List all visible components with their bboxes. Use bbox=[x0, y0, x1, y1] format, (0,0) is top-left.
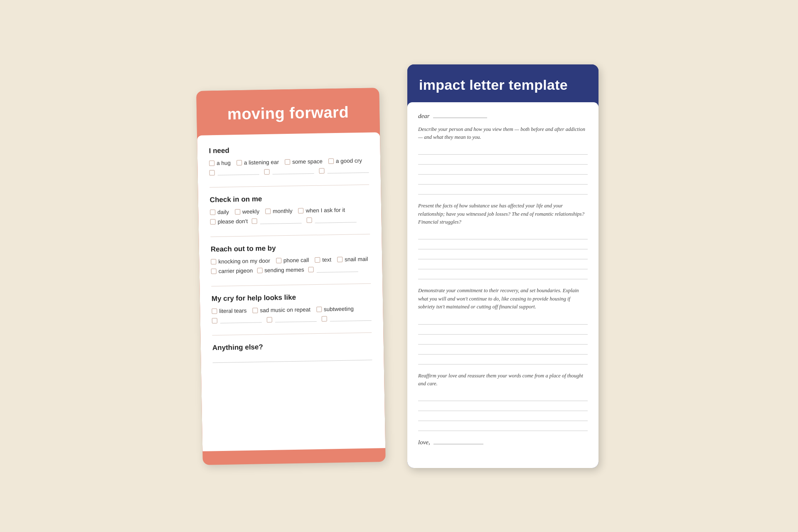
letter-section-describe: Describe your person and how you view th… bbox=[418, 126, 588, 195]
section-cry-for-help-title: My cry for help looks like bbox=[212, 292, 371, 303]
checkbox-daily[interactable]: daily bbox=[210, 209, 229, 215]
checkbox-label: snail mail bbox=[345, 256, 368, 262]
blank-line bbox=[315, 216, 357, 223]
checkbox-box[interactable] bbox=[210, 219, 216, 224]
write-line bbox=[418, 230, 588, 239]
right-card: impact letter template dear Describe you… bbox=[407, 64, 598, 468]
check-in-extra-row: please don't bbox=[210, 216, 370, 225]
checkbox-phone-call[interactable]: phone call bbox=[276, 257, 309, 264]
checkbox-some-space[interactable]: some space bbox=[285, 158, 323, 165]
checkbox-label: when I ask for it bbox=[305, 207, 345, 214]
write-line bbox=[418, 315, 588, 325]
checkbox-please-dont[interactable]: please don't bbox=[210, 218, 248, 225]
write-line bbox=[418, 335, 588, 345]
letter-section-reaffirm: Reaffirm your love and reassure them you… bbox=[418, 372, 588, 431]
checkbox-box[interactable] bbox=[267, 317, 272, 322]
checkbox-box[interactable] bbox=[276, 258, 281, 263]
checkbox-a-good-cry[interactable]: a good cry bbox=[328, 157, 362, 164]
letter-section-substance: Present the facts of how substance use h… bbox=[418, 202, 588, 279]
checkbox-knocking[interactable]: knocking on my door bbox=[211, 257, 270, 264]
blank-line bbox=[330, 315, 372, 321]
checkbox-box[interactable] bbox=[209, 170, 215, 175]
checkbox-label: a listening ear bbox=[244, 159, 279, 165]
checkbox-label: a good cry bbox=[336, 157, 362, 164]
write-line bbox=[418, 345, 588, 355]
prompt-substance: Present the facts of how substance use h… bbox=[418, 202, 588, 226]
checkbox-box[interactable] bbox=[264, 169, 269, 174]
reach-out-checkboxes: knocking on my door phone call text snai… bbox=[211, 256, 370, 265]
divider-3 bbox=[211, 283, 371, 286]
checkbox-box[interactable] bbox=[257, 268, 262, 273]
checkbox-weekly[interactable]: weekly bbox=[235, 208, 260, 215]
checkbox-literal-tears[interactable]: literal tears bbox=[212, 307, 246, 314]
section-i-need: I need a hug a listening ear some space bbox=[209, 144, 369, 175]
checkbox-a-hug[interactable]: a hug bbox=[209, 160, 231, 166]
write-line bbox=[418, 412, 588, 421]
extra-blank-2 bbox=[264, 167, 315, 174]
checkbox-box[interactable] bbox=[308, 267, 313, 272]
section-reach-out: Reach out to me by knocking on my door p… bbox=[211, 242, 371, 274]
section-reach-out-title: Reach out to me by bbox=[211, 242, 370, 254]
checkbox-carrier-pigeon[interactable]: carrier pigeon bbox=[211, 267, 253, 274]
checkbox-box[interactable] bbox=[285, 159, 290, 164]
checkbox-box[interactable] bbox=[307, 217, 312, 223]
extra-blank-2 bbox=[307, 216, 357, 223]
checkbox-box[interactable] bbox=[235, 209, 240, 214]
checkbox-box[interactable] bbox=[319, 168, 324, 173]
checkbox-subtweeting[interactable]: subtweeting bbox=[316, 305, 354, 313]
left-card-header: moving forward bbox=[196, 88, 380, 135]
write-line bbox=[418, 240, 588, 249]
section-anything-else: Anything else? bbox=[212, 341, 372, 363]
checkbox-box[interactable] bbox=[211, 268, 217, 274]
checkbox-label: subtweeting bbox=[324, 305, 354, 312]
checkbox-when-ask[interactable]: when I ask for it bbox=[298, 207, 345, 214]
checkbox-box[interactable] bbox=[316, 306, 322, 312]
checkbox-text[interactable]: text bbox=[315, 256, 331, 263]
checkbox-label: daily bbox=[217, 209, 229, 215]
checkbox-snail-mail[interactable]: snail mail bbox=[337, 256, 368, 262]
write-lines-substance bbox=[418, 230, 588, 279]
write-line bbox=[418, 155, 588, 165]
checkbox-box[interactable] bbox=[322, 316, 327, 321]
checkbox-label: phone call bbox=[283, 257, 309, 264]
checkbox-box[interactable] bbox=[298, 208, 303, 213]
checkbox-box[interactable] bbox=[210, 209, 215, 215]
section-anything-else-title: Anything else? bbox=[212, 341, 372, 352]
checkbox-label: sad music on repeat bbox=[260, 306, 310, 313]
checkbox-box[interactable] bbox=[328, 158, 334, 164]
write-lines-describe bbox=[418, 145, 588, 195]
checkbox-label: please don't bbox=[218, 218, 248, 224]
extra-blank-1 bbox=[209, 169, 260, 175]
checkbox-listening-ear[interactable]: a listening ear bbox=[236, 159, 279, 166]
checkbox-box[interactable] bbox=[212, 318, 217, 323]
checkbox-box[interactable] bbox=[236, 160, 242, 165]
prompt-reaffirm: Reaffirm your love and reassure them you… bbox=[418, 372, 588, 388]
checkbox-box[interactable] bbox=[315, 257, 320, 262]
checkbox-sending-memes[interactable]: sending memes bbox=[257, 266, 304, 273]
checkbox-box[interactable] bbox=[211, 259, 216, 264]
left-card: moving forward I need a hug a listening … bbox=[196, 88, 386, 465]
checkbox-box[interactable] bbox=[252, 218, 257, 224]
prompt-describe: Describe your person and how you view th… bbox=[418, 126, 588, 142]
write-line bbox=[418, 392, 588, 401]
dear-line: dear bbox=[418, 112, 588, 120]
extra-blank-1 bbox=[212, 317, 263, 323]
dear-label: dear bbox=[418, 113, 430, 120]
checkbox-box[interactable] bbox=[212, 308, 217, 314]
checkbox-monthly[interactable]: monthly bbox=[265, 207, 293, 214]
cry-extra-row bbox=[212, 315, 372, 323]
extra-blank-1 bbox=[308, 266, 359, 272]
checkbox-box[interactable] bbox=[209, 160, 214, 166]
section-i-need-title: I need bbox=[209, 144, 369, 155]
blank-line bbox=[327, 167, 369, 173]
right-card-body: dear Describe your person and how you vi… bbox=[407, 102, 598, 468]
checkbox-box[interactable] bbox=[265, 208, 271, 214]
section-check-in: Check in on me daily weekly monthly bbox=[210, 193, 370, 225]
i-need-checkboxes: a hug a listening ear some space a good … bbox=[209, 157, 369, 166]
prompt-commitment: Demonstrate your commitment to their rec… bbox=[418, 287, 588, 311]
checkbox-label: a hug bbox=[217, 160, 231, 166]
write-lines-reaffirm bbox=[418, 392, 588, 431]
checkbox-box[interactable] bbox=[252, 308, 258, 313]
checkbox-sad-music[interactable]: sad music on repeat bbox=[252, 306, 310, 313]
checkbox-box[interactable] bbox=[337, 256, 342, 262]
